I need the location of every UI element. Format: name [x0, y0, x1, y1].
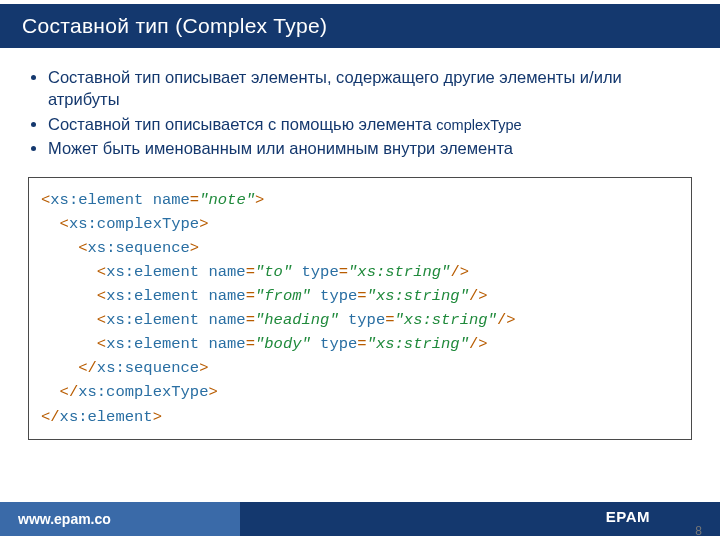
- footer-left: www.epam.co: [0, 502, 240, 536]
- slide-title: Составной тип (Complex Type): [22, 14, 327, 37]
- bullet-mono: complexType: [436, 117, 521, 133]
- bullet-list: Составной тип описывает элементы, содерж…: [28, 66, 692, 159]
- footer-right: EPAM: [240, 502, 720, 536]
- bullet-text: Составной тип описывается с помощью элем…: [48, 115, 436, 133]
- bullet-item: Составной тип описывает элементы, содерж…: [48, 66, 692, 111]
- code-block: <xs:element name="note"> <xs:complexType…: [28, 177, 692, 439]
- footer: www.epam.co EPAM: [0, 502, 720, 536]
- bullet-item: Может быть именованным или анонимным вну…: [48, 137, 692, 159]
- slide-content: Составной тип описывает элементы, содерж…: [0, 48, 720, 450]
- bullet-text: Может быть именованным или анонимным вну…: [48, 139, 513, 157]
- page-number: 8: [695, 524, 702, 538]
- bullet-text: Составной тип описывает элементы, содерж…: [48, 68, 622, 108]
- bullet-item: Составной тип описывается с помощью элем…: [48, 113, 692, 136]
- footer-brand: EPAM: [606, 508, 650, 525]
- footer-url: www.epam.co: [18, 511, 111, 527]
- slide-title-bar: Составной тип (Complex Type): [0, 0, 720, 48]
